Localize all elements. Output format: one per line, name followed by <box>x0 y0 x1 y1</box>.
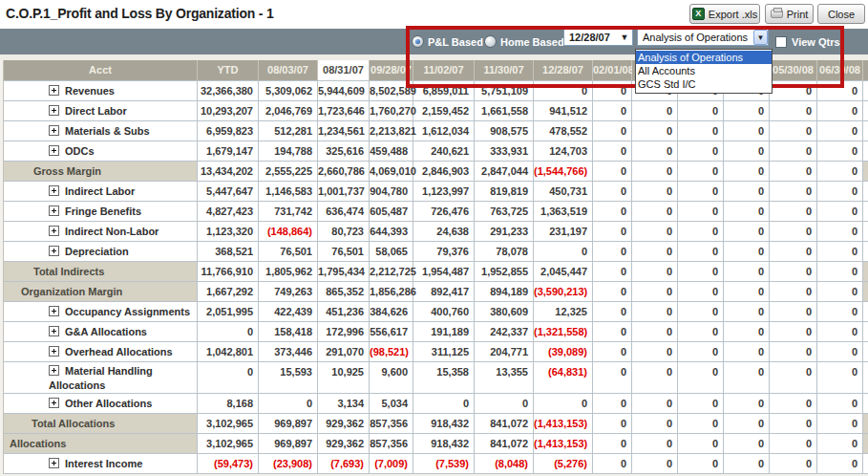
value-cell: (23,908) <box>259 454 318 474</box>
value-cell: 5,034 <box>370 394 413 414</box>
clipped-column <box>863 414 868 434</box>
account-cell: G&A Allocations <box>4 322 198 342</box>
value-cell: 857,356 <box>370 414 413 434</box>
value-cell: 13,434,202 <box>198 162 259 182</box>
value-cell: 459,488 <box>370 141 413 162</box>
account-label: Revenues <box>65 85 115 97</box>
expand-plus-icon[interactable] <box>49 398 59 408</box>
account-label: Other Allocations <box>65 398 152 409</box>
value-cell: 191,189 <box>413 322 475 342</box>
value-cell: 325,616 <box>318 141 370 162</box>
column-header-08-03-07[interactable]: 08/03/07 <box>259 60 318 81</box>
expand-plus-icon[interactable] <box>49 145 59 156</box>
value-cell: 0 <box>817 141 863 162</box>
value-cell: 0 <box>632 101 678 121</box>
account-cell: Materials & Subs <box>4 121 198 141</box>
value-cell: 0 <box>724 302 770 322</box>
expand-plus-icon[interactable] <box>49 246 59 256</box>
value-cell: 0 <box>632 202 678 222</box>
expand-plus-icon[interactable] <box>49 346 59 357</box>
value-cell: 0 <box>678 302 724 322</box>
pnl-table: AcctYTD08/03/0708/31/0709/28/0711/02/071… <box>3 60 868 474</box>
value-cell: 929,362 <box>318 434 370 454</box>
value-cell: 0 <box>678 322 724 342</box>
value-cell: (1,413,153) <box>534 414 593 434</box>
expand-plus-icon[interactable] <box>49 226 59 236</box>
value-cell: 5,447,647 <box>198 182 259 202</box>
value-cell: 0 <box>817 242 863 262</box>
clipped-column <box>863 222 868 242</box>
value-cell: 0 <box>593 202 632 222</box>
value-cell: 6,959,823 <box>198 121 259 141</box>
expand-plus-icon[interactable] <box>49 326 59 336</box>
value-cell: 556,617 <box>370 322 413 342</box>
print-button[interactable]: Print <box>765 4 814 24</box>
close-button[interactable]: Close <box>817 4 865 24</box>
value-cell: 1,795,434 <box>318 262 370 282</box>
value-cell: 76,501 <box>318 242 370 262</box>
account-cell: Organization Margin <box>4 282 198 302</box>
column-header-YTD[interactable]: YTD <box>198 60 259 81</box>
account-label: Depreciation <box>65 246 129 257</box>
clipped-column <box>863 81 868 101</box>
table-row: Fringe Benefits4,827,423731,742636,47460… <box>4 202 868 222</box>
value-cell: 0 <box>593 302 632 322</box>
clipped-column <box>863 101 868 121</box>
value-cell: 0 <box>632 162 678 182</box>
value-cell: 0 <box>724 342 770 362</box>
value-cell: 291,070 <box>318 342 370 362</box>
value-cell: 373,446 <box>259 342 318 362</box>
expand-plus-icon[interactable] <box>49 206 59 216</box>
value-cell: 0 <box>724 182 770 202</box>
account-cell: Direct Labor <box>4 101 198 121</box>
value-cell: 0 <box>817 121 863 141</box>
table-row: Materials & Subs6,959,823512,2811,234,56… <box>4 121 868 141</box>
account-label: Occupancy Assignments <box>65 306 190 317</box>
column-header-08-31-07[interactable]: 08/31/07 <box>318 60 370 81</box>
value-cell: 0 <box>817 342 863 362</box>
dropdown-option[interactable]: GCS Std I/C <box>636 77 772 91</box>
value-cell: (148,864) <box>259 222 318 242</box>
value-cell: 0 <box>770 434 817 454</box>
column-header-Acct[interactable]: Acct <box>4 60 198 81</box>
value-cell: 1,001,737 <box>318 182 370 202</box>
expand-plus-icon[interactable] <box>49 125 59 136</box>
dropdown-option[interactable]: Analysis of Operations <box>636 51 772 64</box>
value-cell: 0 <box>678 342 724 362</box>
clipped-column <box>863 60 868 81</box>
value-cell: 0 <box>770 322 817 342</box>
export-xls-button[interactable]: X Export .xls <box>689 4 760 24</box>
value-cell: 0 <box>770 242 817 262</box>
value-cell: 11,766,910 <box>198 262 259 282</box>
value-cell: 0 <box>593 434 632 454</box>
value-cell: 0 <box>678 242 724 262</box>
clipped-column <box>863 282 868 302</box>
expand-plus-icon[interactable] <box>49 85 59 96</box>
clipped-column <box>863 262 868 282</box>
value-cell: 819,819 <box>475 182 534 202</box>
account-label: Total Allocations <box>32 418 115 429</box>
value-cell: 0 <box>770 182 817 202</box>
expand-plus-icon[interactable] <box>49 185 59 196</box>
value-cell: 865,352 <box>318 282 370 302</box>
value-cell: 0 <box>770 342 817 362</box>
clipped-column <box>863 394 868 414</box>
table-row: Interest Income(59,473)(23,908)(7,693)(7… <box>4 454 868 474</box>
expand-plus-icon[interactable] <box>49 365 59 376</box>
dropdown-option[interactable]: All Accounts <box>636 64 772 77</box>
value-cell: 13,355 <box>475 362 534 394</box>
value-cell: 0 <box>678 121 724 141</box>
expand-plus-icon[interactable] <box>49 306 59 316</box>
value-cell: 0 <box>632 182 678 202</box>
expand-plus-icon[interactable] <box>49 458 59 468</box>
value-cell: 1,661,558 <box>475 101 534 121</box>
value-cell: 32,366,380 <box>198 81 259 101</box>
value-cell: (7,539) <box>413 454 475 474</box>
value-cell: 0 <box>678 454 724 474</box>
value-cell: 0 <box>817 262 863 282</box>
value-cell: 841,072 <box>475 434 534 454</box>
value-cell: 0 <box>678 141 724 162</box>
expand-plus-icon[interactable] <box>49 105 59 116</box>
value-cell: 231,197 <box>534 222 593 242</box>
value-cell: 2,660,786 <box>318 162 370 182</box>
